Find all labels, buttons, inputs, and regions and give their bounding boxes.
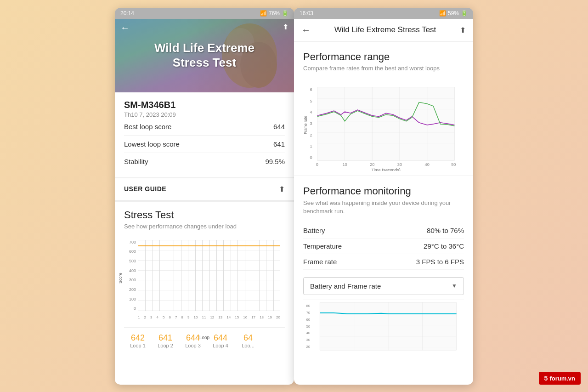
hero-section: ← ⬆ Wild Life Extreme Stress Test [115, 19, 294, 92]
temperature-value: 29°C to 36°C [424, 242, 464, 250]
back-icon[interactable]: ← [120, 23, 130, 33]
svg-text:Time (seconds): Time (seconds) [371, 167, 400, 170]
stress-test-title: Stress Test [124, 209, 285, 221]
temperature-label: Temperature [303, 242, 342, 250]
svg-text:20: 20 [370, 162, 374, 166]
svg-text:2: 2 [310, 132, 312, 137]
battery-right: 59% [448, 10, 459, 17]
battery-icon-left: 🔋 [282, 10, 288, 17]
best-loop-value: 644 [273, 123, 285, 131]
monitoring-subtitle: See what was happening inside your devic… [303, 199, 464, 216]
battery-label: Battery [303, 227, 325, 234]
right-header: ← Wild Life Extreme Stress Test ⬆ [294, 19, 473, 42]
list-item: 644 Loop 3 [179, 331, 207, 350]
list-item: 642 Loop 1 [124, 331, 152, 350]
battery-left: 76% [269, 10, 280, 17]
battery-value: 80% to 76% [427, 227, 464, 234]
chart-y-title: Score [118, 273, 123, 284]
svg-text:30: 30 [397, 162, 402, 166]
perf-range-title: Performance range [303, 51, 464, 63]
stability-value: 99.5% [265, 158, 285, 165]
bottom-chart: 80 70 60 50 40 30 20 Life Extreme Stress… [303, 300, 464, 355]
svg-text:40: 40 [425, 162, 430, 166]
right-content: Performance range Compare frame rates fr… [294, 42, 473, 385]
svg-text:50: 50 [306, 324, 310, 328]
info-card: SM-M346B1 Th10 7, 2023 20:09 Best loop s… [115, 92, 294, 178]
share-icon-right[interactable]: ⬆ [460, 26, 466, 34]
framerate-value: 3 FPS to 6 FPS [416, 258, 464, 266]
forum-badge: 5 forum.vn [539, 372, 581, 385]
wifi-icon-right: 📶 [439, 10, 446, 17]
user-guide-label: USER GUIDE [124, 185, 166, 193]
status-bar-left: 20:14 📶 76% 🔋 [115, 8, 294, 19]
right-screen: 16:03 📶 59% 🔋 ← Wild Life Extreme Stress… [294, 8, 473, 385]
chart-area [138, 240, 280, 311]
lowest-loop-value: 641 [273, 140, 285, 148]
monitoring-section: Performance monitoring See what was happ… [294, 176, 473, 359]
svg-text:5: 5 [310, 98, 312, 103]
perf-range-subtitle: Compare frame rates from the best and wo… [303, 65, 464, 72]
stress-test-section: Stress Test See how performance changes … [115, 202, 294, 385]
battery-row: Battery 80% to 76% [303, 223, 464, 239]
svg-text:30: 30 [306, 338, 310, 342]
stress-test-chart: Score 700 600 500 400 300 200 100 0 [124, 235, 285, 327]
back-icon-right[interactable]: ← [301, 25, 311, 35]
stability-row: Stability 99.5% [124, 153, 285, 170]
share-icon-guide[interactable]: ⬆ [279, 185, 285, 193]
hero-nav: ← ⬆ [115, 23, 294, 33]
stress-test-subtitle: See how performance changes under load [124, 223, 285, 230]
framerate-label: Frame rate [303, 258, 337, 266]
framerate-row: Frame rate 3 FPS to 6 FPS [303, 254, 464, 270]
hero-title: Wild Life Extreme Stress Test [154, 41, 254, 69]
svg-text:60: 60 [306, 318, 310, 322]
svg-text:0: 0 [310, 155, 312, 160]
svg-text:Frame rate: Frame rate [304, 115, 308, 134]
lowest-loop-row: Lowest loop score 641 [124, 136, 285, 153]
list-item: 644 Loop 4 [207, 331, 234, 350]
svg-text:1: 1 [310, 144, 312, 148]
time-left: 20:14 [120, 10, 134, 17]
monitoring-title: Performance monitoring [303, 185, 464, 197]
performance-range-section: Performance range Compare frame rates fr… [294, 42, 473, 176]
chart-x-title: Loop [199, 335, 209, 340]
forum-label: forum.vn [549, 375, 575, 382]
best-loop-row: Best loop score 644 [124, 118, 285, 136]
share-icon-hero[interactable]: ⬆ [283, 23, 288, 33]
status-bar-right: 16:03 📶 59% 🔋 [294, 8, 473, 19]
device-date: Th10 7, 2023 20:09 [124, 111, 285, 118]
forum-icon: 5 [544, 375, 548, 382]
svg-text:80: 80 [306, 304, 310, 308]
svg-text:50: 50 [451, 162, 456, 166]
svg-text:3: 3 [310, 121, 312, 126]
list-item: 64 Loo... [234, 331, 262, 350]
svg-text:40: 40 [306, 331, 310, 335]
stability-label: Stability [124, 158, 148, 165]
svg-text:6: 6 [310, 87, 312, 91]
lowest-loop-label: Lowest loop score [124, 140, 180, 148]
device-name: SM-M346B1 [124, 100, 285, 110]
battery-icon-right: 🔋 [461, 10, 468, 17]
svg-text:4: 4 [310, 110, 312, 114]
best-loop-label: Best loop score [124, 123, 171, 131]
svg-text:70: 70 [306, 311, 310, 315]
right-header-title: Wild Life Extreme Stress Test [315, 25, 455, 34]
left-screen: 20:14 📶 76% 🔋 ← ⬆ [115, 8, 294, 385]
dropdown-label: Battery and Frame rate [310, 282, 381, 290]
chart-x-labels: 1 2 3 4 5 6 7 8 9 10 11 12 13 14 [138, 313, 280, 327]
monitoring-dropdown[interactable]: Battery and Frame rate ▼ [303, 277, 464, 295]
chart-y-labels: 700 600 500 400 300 200 100 0 [124, 240, 138, 311]
loop-scores: 642 Loop 1 641 Loop 2 644 Loop 3 644 Loo… [124, 327, 285, 354]
time-right: 16:03 [300, 10, 313, 17]
list-item: 641 Loop 2 [152, 331, 179, 350]
svg-text:20: 20 [306, 345, 310, 349]
svg-text:10: 10 [342, 162, 347, 166]
temperature-row: Temperature 29°C to 36°C [303, 239, 464, 254]
user-guide-row[interactable]: USER GUIDE ⬆ [115, 178, 294, 202]
performance-range-chart: 6 5 4 3 2 1 0 Frame rate [303, 79, 464, 171]
chevron-down-icon: ▼ [452, 283, 457, 289]
wifi-icon: 📶 [260, 10, 267, 17]
svg-text:0: 0 [316, 162, 318, 166]
